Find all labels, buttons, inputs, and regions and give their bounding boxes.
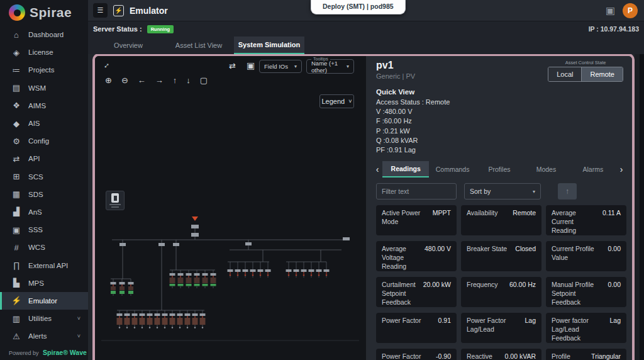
tooltips-dropdown[interactable]: Tooltips Name (+1 other) ▾	[306, 59, 354, 74]
filter-input[interactable]	[376, 183, 457, 200]
reading-card[interactable]: Frequency60.00 Hz	[461, 277, 541, 307]
sidebar-item-api[interactable]: ⇄API	[0, 150, 88, 167]
reading-label: Power Factor Setpoint Feedback	[382, 352, 425, 360]
sidebar-item-wsm[interactable]: ▤WSM	[0, 79, 88, 97]
control-state-remote-button[interactable]: Remote	[581, 67, 623, 81]
sidebar-item-label: External API	[28, 262, 68, 269]
sidebar-item-dashboard[interactable]: ⌂Dashboard	[0, 26, 88, 43]
reading-card[interactable]: Power Factor Lag/LeadLag	[461, 313, 541, 343]
reading-card[interactable]: Average Current Reading0.11 A	[546, 205, 626, 235]
asset-tab-profiles[interactable]: Profiles	[476, 161, 523, 177]
reading-value: 480.00 V	[425, 245, 451, 252]
sidebar-item-ais[interactable]: ◆AIS	[0, 115, 88, 132]
reading-card[interactable]: Profile Selector FeedbackTriangular	[546, 349, 626, 360]
chevron-down-icon: ˅	[348, 98, 352, 104]
sidebar-item-utilities[interactable]: ▥Utilities˅	[0, 310, 88, 327]
checklist-icon: ≔	[11, 65, 21, 75]
fit-view-icon[interactable]: ▢	[200, 76, 208, 84]
menu-icon: ☰	[97, 6, 104, 14]
chip-icon[interactable]: ▣	[606, 4, 615, 16]
sidebar-item-sds[interactable]: ▦SDS	[0, 186, 88, 203]
tab-asset-list-view[interactable]: Asset List View	[164, 37, 234, 54]
sidebar-item-sss[interactable]: ▣SSS	[0, 221, 88, 239]
sidebar-item-scs[interactable]: ⊞SCS	[0, 168, 88, 186]
filter-row: Sort by ▾ ↑	[376, 183, 626, 200]
asset-tab-commands[interactable]: Commands	[429, 161, 475, 177]
field-ios-dropdown[interactable]: Field IOs ▾	[259, 60, 302, 73]
tabs-scroll-left-icon[interactable]: ‹	[372, 161, 382, 177]
legend-button[interactable]: Legend ˅	[319, 94, 354, 108]
sidebar-item-label: MPS	[28, 279, 44, 287]
sidebar-item-aims[interactable]: ❖AIMS	[0, 97, 88, 115]
asset-tab-alarms[interactable]: Alarms	[570, 161, 616, 177]
quick-view-line: PF :0.91 Lag	[376, 145, 623, 155]
resize-icon[interactable]: ↕	[105, 61, 109, 69]
zoom-out-icon[interactable]: ⊖	[121, 76, 128, 84]
reading-label: Manual Profile Setpoint Feedback	[552, 281, 594, 307]
swap-arrows-icon: ⇄	[11, 154, 21, 164]
reading-card[interactable]: Reactive Power Setpoint Feedback0.00 kVA…	[461, 349, 541, 360]
menu-button[interactable]: ☰	[93, 3, 108, 18]
control-state-local-button[interactable]: Local	[548, 67, 581, 81]
reading-label: Average Current Reading	[552, 209, 594, 235]
tabs-scroll-right-icon[interactable]: ›	[616, 161, 626, 177]
reading-card[interactable]: Power factor Lag/Lead FeedbackLag	[546, 313, 626, 343]
scrollbar-thumb[interactable]	[640, 54, 644, 360]
sidebar-item-label: API	[28, 155, 40, 162]
sidebar-item-label: Utilities	[28, 315, 52, 322]
reading-card[interactable]: Average Voltage Reading480.00 V	[376, 241, 457, 271]
running-status-badge: Running	[147, 25, 174, 33]
sidebar-item-label: WCS	[28, 244, 45, 251]
asset-control-state-label: Asset Control State	[548, 60, 623, 65]
sidebar-item-external-api[interactable]: ∏External API	[0, 256, 88, 274]
sidebar-item-label: Projects	[28, 66, 55, 74]
asset-header: pv1 Generic | PV Asset Control State Loc…	[372, 60, 626, 82]
sidebar-item-config[interactable]: ⚙Config	[0, 132, 88, 150]
asset-tab-modes[interactable]: Modes	[523, 161, 569, 177]
sidebar-item-alerts[interactable]: ⚠Alerts˅	[0, 327, 88, 345]
reading-card[interactable]: Active Power ModeMPPT	[376, 205, 457, 235]
sidebar-item-label: SCS	[28, 173, 43, 181]
shuffle-icon[interactable]: ⇄	[229, 62, 236, 70]
sidebar-item-wcs[interactable]: #WCS	[0, 239, 88, 256]
simulation-canvas[interactable]: ↕ ⇄ ▣ Field IOs ▾ Tooltips Name (+1 oth	[95, 56, 366, 360]
powered-by: Powered by Spirae® Wave	[0, 345, 88, 360]
sort-direction-button[interactable]: ↑	[558, 183, 577, 200]
reading-card[interactable]: Current Profile Value0.00	[546, 241, 626, 271]
sidebar-item-license[interactable]: ◈License	[0, 43, 88, 61]
sidebar-item-ans[interactable]: ▟AnS	[0, 203, 88, 221]
sidebar-item-label: AnS	[28, 208, 42, 216]
reading-value: Lag	[525, 317, 536, 324]
pan-down-icon[interactable]: ↓	[186, 76, 191, 84]
reading-card[interactable]: Curtailment Setpoint Feedback20.00 kW	[376, 277, 457, 307]
reading-card[interactable]: AvailabilityRemote	[461, 205, 541, 235]
pan-up-icon[interactable]: ↑	[173, 76, 177, 84]
zoom-in-icon[interactable]: ⊕	[105, 76, 112, 84]
quick-view-line: Access Status : Remote	[376, 98, 623, 107]
gears-cluster-icon: ❖	[11, 101, 21, 110]
brand-logo[interactable]: Spirae	[0, 0, 88, 23]
sort-by-dropdown[interactable]: Sort by ▾	[464, 183, 541, 200]
chip-toggle-icon[interactable]: ▣	[247, 61, 255, 70]
asset-node-card[interactable]	[106, 191, 125, 210]
user-avatar[interactable]: P	[623, 3, 638, 18]
reading-card[interactable]: Power Factor0.91	[376, 313, 457, 343]
reading-card[interactable]: Power Factor Setpoint Feedback-0.90	[376, 349, 457, 360]
sidebar-item-mps[interactable]: ▙MPS	[0, 274, 88, 292]
pan-left-icon[interactable]: ←	[138, 76, 146, 84]
tab-overview[interactable]: Overview	[93, 37, 164, 54]
reading-card[interactable]: Breaker StateClosed	[461, 241, 541, 271]
reading-value: 20.00 kW	[423, 281, 451, 288]
app-root: Spirae ⌂Dashboard◈License≔Projects▤WSM❖A…	[0, 0, 644, 360]
asset-tab-readings[interactable]: Readings	[382, 161, 429, 177]
reading-label: Curtailment Setpoint Feedback	[382, 281, 423, 307]
tab-system-simulation[interactable]: System Simulation	[234, 37, 304, 54]
scrollbar-track[interactable]	[635, 54, 644, 360]
pan-right-icon[interactable]: →	[155, 76, 164, 84]
sidebar-item-emulator[interactable]: ⚡Emulator	[0, 292, 88, 310]
reading-card[interactable]: Manual Profile Setpoint Feedback0.00	[546, 277, 626, 307]
sidebar-item-label: SSS	[28, 226, 43, 233]
sidebar-item-label: WSM	[28, 84, 46, 92]
sidebar-item-projects[interactable]: ≔Projects	[0, 61, 88, 79]
table-icon: ▥	[11, 314, 21, 323]
